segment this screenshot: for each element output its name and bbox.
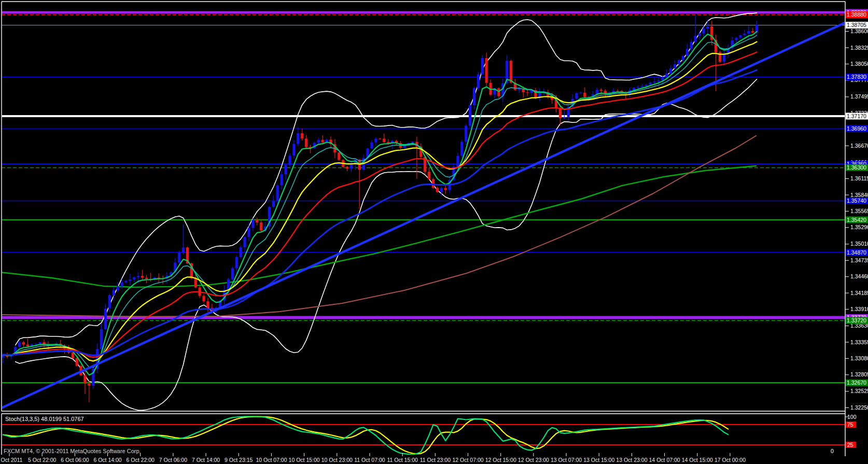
- bear-candle-body: [141, 276, 144, 278]
- bull-candle-body: [649, 82, 652, 85]
- price-tick-label: 1.33080: [850, 355, 868, 361]
- bear-candle-body: [321, 140, 324, 143]
- bull-candle-body: [579, 93, 582, 93]
- svg-text:1.35420: 1.35420: [847, 217, 866, 223]
- svg-text:1.32670: 1.32670: [847, 379, 866, 386]
- bull-candle-body: [251, 220, 254, 228]
- bear-candle-body: [206, 301, 209, 308]
- bull-candle-body: [231, 268, 234, 279]
- bull-candle-body: [690, 42, 693, 49]
- trend-line[interactable]: [0, 22, 846, 409]
- price-tick-label: 1.35010: [850, 241, 868, 247]
- bear-candle-body: [436, 188, 439, 192]
- bull-candle-body: [481, 58, 484, 74]
- bull-candle-body: [247, 228, 250, 237]
- time-tick-label: 17 Oct 00:00: [715, 457, 746, 463]
- bull-candle-body: [460, 142, 463, 156]
- bull-candle-body: [674, 64, 676, 68]
- time-tick-label: 11 Oct 15:00: [387, 457, 418, 463]
- price-level-label-1.34870: 1.34870: [846, 249, 868, 256]
- price-tick-label: 1.32805: [850, 371, 868, 377]
- bull-candle-body: [469, 105, 471, 126]
- bull-candle-body: [133, 277, 135, 279]
- price-tick-label: 1.35840: [850, 192, 868, 198]
- bear-candle-body: [338, 152, 340, 160]
- bear-candle-body: [383, 138, 385, 142]
- price-tick-label: 1.34460: [850, 273, 868, 279]
- time-axis[interactable]: 5 Oct 20115 Oct 22:006 Oct 06:006 Oct 14…: [0, 453, 746, 463]
- time-tick-label: 12 Oct 15:00: [485, 457, 516, 463]
- bull-candle-body: [641, 86, 643, 87]
- time-tick-label: 11 Oct 07:00: [354, 457, 385, 463]
- price-level-label-1.33720: 1.33720: [846, 317, 868, 324]
- price-tick-label: 1.36115: [850, 175, 868, 181]
- bear-candle-body: [256, 220, 258, 222]
- bull-candle-body: [477, 74, 480, 88]
- bear-candle-body: [260, 222, 262, 231]
- ma-red: [3, 52, 757, 357]
- price-tick-label: 1.35290: [850, 224, 868, 230]
- bull-candle-body: [240, 247, 242, 257]
- price-level-label-1.38705: 1.38705: [846, 22, 868, 29]
- time-tick-label: 13 Oct 23:00: [616, 457, 647, 463]
- panel-frames: [2, 2, 845, 456]
- stoch-scale[interactable]: 10075250: [831, 414, 857, 454]
- svg-text:1.37830: 1.37830: [847, 74, 866, 80]
- bull-candle-body: [678, 60, 680, 64]
- time-tick-label: 11 Oct 23:00: [420, 457, 451, 463]
- price-tick-label: 1.36670: [850, 143, 868, 149]
- time-tick-label: 6 Oct 06:00: [61, 457, 89, 463]
- bull-candle-body: [137, 276, 139, 277]
- ma-fast-green: [3, 32, 757, 375]
- time-tick-label: 13 Oct 07:00: [551, 457, 582, 463]
- main-chart-panel[interactable]: [0, 12, 846, 410]
- bull-candle-body: [682, 56, 684, 60]
- candles-layer: [2, 15, 758, 402]
- svg-text:1.35740: 1.35740: [847, 198, 866, 204]
- time-tick-label: 10 Oct 15:00: [289, 457, 320, 463]
- bull-candle-body: [113, 290, 115, 295]
- price-level-label-1.35740: 1.35740: [846, 198, 868, 204]
- bull-candle-body: [637, 87, 639, 88]
- bear-candle-body: [145, 278, 148, 279]
- price-scale[interactable]: 1.386001.383251.380501.377751.374951.372…: [845, 9, 868, 411]
- bear-candle-body: [497, 88, 500, 96]
- bull-candle-body: [317, 140, 320, 143]
- price-tick-label: 1.32250: [850, 404, 868, 411]
- bull-candle-body: [129, 279, 131, 281]
- bear-candle-body: [600, 90, 603, 91]
- ma-green-long: [0, 166, 756, 287]
- time-tick-label: 13 Oct 15:00: [583, 457, 614, 463]
- bear-candle-body: [751, 31, 754, 33]
- svg-text:1.37170: 1.37170: [847, 113, 866, 119]
- bear-candle-body: [616, 91, 619, 91]
- bull-candle-body: [440, 188, 443, 192]
- horizontal-level-lines[interactable]: [2, 12, 845, 383]
- bear-candle-body: [203, 296, 205, 301]
- bull-candle-body: [244, 237, 246, 247]
- chart-canvas[interactable]: 1.386001.383251.380501.377751.374951.372…: [0, 0, 868, 464]
- svg-text:1.36960: 1.36960: [847, 125, 866, 132]
- price-level-label-1.35420: 1.35420: [846, 217, 868, 223]
- stoch-scale-label-0: 0: [831, 448, 834, 454]
- time-tick-label: 7 Oct 14:00: [192, 457, 220, 463]
- time-tick-label: 6 Oct 22:00: [127, 457, 155, 463]
- time-tick-label: 12 Oct 07:00: [452, 457, 483, 463]
- bull-candle-body: [653, 81, 656, 82]
- bull-candle-body: [285, 165, 287, 174]
- bull-candle-body: [743, 34, 746, 35]
- time-tick-label: 7 Oct 06:00: [159, 457, 187, 463]
- bull-candle-body: [657, 80, 660, 81]
- price-tick-label: 1.35565: [850, 208, 868, 214]
- bull-candle-body: [686, 49, 689, 56]
- stoch-scale-label-100: 100: [847, 414, 857, 420]
- bear-candle-body: [428, 172, 430, 179]
- bull-candle-body: [108, 295, 111, 308]
- bear-candle-body: [194, 278, 197, 288]
- bull-candle-body: [698, 34, 701, 36]
- bull-candle-body: [350, 164, 353, 169]
- bear-candle-body: [526, 92, 529, 93]
- bull-candle-body: [182, 247, 185, 252]
- ma-blue-curvy: [3, 70, 757, 356]
- bear-candle-body: [432, 179, 435, 188]
